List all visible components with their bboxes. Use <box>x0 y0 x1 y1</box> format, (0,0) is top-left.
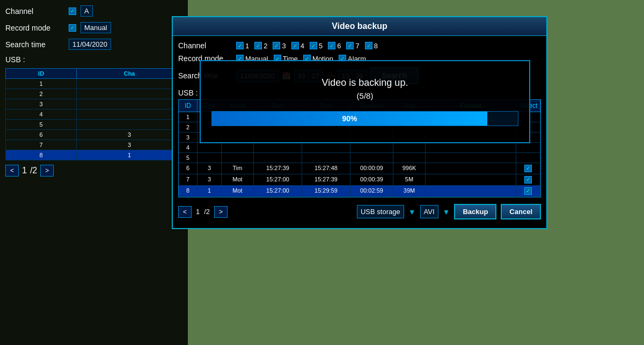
cell-mode: Mot <box>222 186 254 196</box>
left-cell-id: 6 <box>6 130 77 140</box>
cell-start: 15:27:39 <box>254 163 302 174</box>
cell-start: 15:27:00 <box>254 186 302 196</box>
usb-label-left: USB : <box>5 55 182 64</box>
left-table-row[interactable]: 6 3 <box>6 130 182 140</box>
cb-icon-3: ✓ <box>273 42 280 49</box>
left-table-row[interactable]: 1 <box>6 79 182 89</box>
channel-cb-8[interactable]: ✓8 <box>365 42 378 50</box>
cell-id: 2 <box>179 122 197 132</box>
progress-bar-fill: 90% <box>212 112 487 126</box>
cell-ch: 1 <box>197 186 222 196</box>
table-row[interactable]: 8 1 Mot 15:27:00 15:29:59 00:02:59 39M ✓ <box>179 186 540 197</box>
left-table-row[interactable]: 8 1 <box>6 150 182 160</box>
progress-bar-bg: 90% <box>211 111 518 126</box>
left-cell-id: 1 <box>6 79 77 89</box>
cell-end: 15:27:48 <box>302 163 350 174</box>
channel-cb-2[interactable]: ✓2 <box>254 42 267 50</box>
left-cell-ch: 3 <box>77 130 182 140</box>
th-ch: Cha <box>77 69 182 79</box>
storage-dropdown-icon[interactable]: ▼ <box>408 208 416 216</box>
record-mode-checkbox[interactable]: ✓ <box>69 24 76 32</box>
left-table-row[interactable]: 5 <box>6 120 182 130</box>
channel-row: Channel ✓ A <box>5 5 182 17</box>
format-select[interactable]: AVI <box>420 205 438 218</box>
footer-prev-btn[interactable]: < <box>178 206 192 218</box>
record-mode-row: Record mode ✓ Manual <box>5 22 182 33</box>
next-page-btn[interactable]: > <box>40 165 54 177</box>
progress-message: Video is backing up. <box>211 77 518 89</box>
cancel-button[interactable]: Cancel <box>501 204 541 219</box>
cell-dur <box>350 143 393 152</box>
channel-checkboxes: ✓1✓2✓3✓4✓5✓6✓7✓8 <box>236 42 378 50</box>
channel-cb-3[interactable]: ✓3 <box>273 42 286 50</box>
backup-button[interactable]: Backup <box>454 204 496 219</box>
table-row[interactable]: 5 <box>179 153 540 163</box>
cell-sel[interactable]: ✓ <box>516 174 540 185</box>
left-table-row[interactable]: 4 <box>6 109 182 120</box>
channel-row-main: Channel ✓1✓2✓3✓4✓5✓6✓7✓8 <box>178 41 541 50</box>
cell-start: 15:27:00 <box>254 174 302 185</box>
left-cell-id: 5 <box>6 120 77 130</box>
cell-sel[interactable]: ✓ <box>516 186 540 196</box>
table-row[interactable]: 4 <box>179 143 540 153</box>
cell-dur: 00:02:59 <box>350 186 393 196</box>
page-num: 1 <box>22 166 27 175</box>
footer-page-total: /2 <box>204 208 210 216</box>
cell-id: 6 <box>179 163 197 174</box>
cell-end <box>302 143 350 152</box>
cb-icon-2: ✓ <box>254 42 262 49</box>
cell-empty <box>426 174 516 185</box>
cell-mode <box>222 153 254 163</box>
progress-sub-message: (5/8) <box>211 91 518 100</box>
channel-cb-5[interactable]: ✓5 <box>310 42 323 50</box>
cell-id: 4 <box>179 143 197 152</box>
cell-sel[interactable] <box>516 143 540 152</box>
footer-page: 1 <box>196 208 200 216</box>
table-row[interactable]: 6 3 Tim 15:27:39 15:27:48 00:00:09 996K … <box>179 163 540 174</box>
cell-dur: 00:00:09 <box>350 163 393 174</box>
cell-size: 996K <box>393 163 426 174</box>
th-id: ID <box>6 69 77 79</box>
footer-next-btn[interactable]: > <box>214 206 228 218</box>
table-row[interactable]: 7 3 Mot 15:27:00 15:27:39 00:00:39 5M ✓ <box>179 174 540 186</box>
dialog-title: Video backup <box>173 17 546 36</box>
prev-page-btn[interactable]: < <box>5 165 19 177</box>
channel-cb-6[interactable]: ✓6 <box>328 42 341 50</box>
left-panel: Channel ✓ A Record mode ✓ Manual Search … <box>0 0 188 345</box>
channel-label: Channel <box>5 7 64 16</box>
cell-size <box>393 153 426 163</box>
cell-sel[interactable] <box>516 153 540 163</box>
cell-sel[interactable]: ✓ <box>516 163 540 174</box>
cb-icon-7: ✓ <box>346 42 354 49</box>
cb-icon-8: ✓ <box>365 42 372 49</box>
cell-size: 39M <box>393 186 426 196</box>
channel-cb-1[interactable]: ✓1 <box>236 42 249 50</box>
cell-mode <box>222 143 254 152</box>
format-dropdown-icon[interactable]: ▼ <box>443 208 450 216</box>
pagination-left: < 1 /2 > <box>5 165 182 177</box>
left-table-row[interactable]: 3 <box>6 99 182 109</box>
channel-cb-4[interactable]: ✓4 <box>291 42 304 50</box>
cell-id: 5 <box>179 153 197 163</box>
left-table-row[interactable]: 7 3 <box>6 140 182 150</box>
channel-label-main: Channel <box>178 41 232 50</box>
cell-size <box>393 143 426 152</box>
page-total: /2 <box>30 166 37 175</box>
progress-percent-label: 90% <box>342 114 357 123</box>
cell-end: 15:29:59 <box>302 186 350 196</box>
cell-dur <box>350 153 393 163</box>
left-cell-ch <box>77 109 182 120</box>
cell-start <box>254 143 302 152</box>
left-cell-ch <box>77 99 182 109</box>
channel-value: A <box>80 5 93 17</box>
left-cell-ch: 1 <box>77 150 182 160</box>
cell-empty <box>426 143 516 152</box>
left-table-row[interactable]: 2 <box>6 89 182 99</box>
cell-empty <box>426 186 516 196</box>
storage-select[interactable]: USB storage <box>357 205 404 218</box>
cell-start <box>254 153 302 163</box>
cell-ch <box>197 143 222 152</box>
channel-checkbox[interactable]: ✓ <box>69 8 76 15</box>
channel-cb-7[interactable]: ✓7 <box>346 42 359 50</box>
search-time-label-left: Search time <box>5 40 64 49</box>
